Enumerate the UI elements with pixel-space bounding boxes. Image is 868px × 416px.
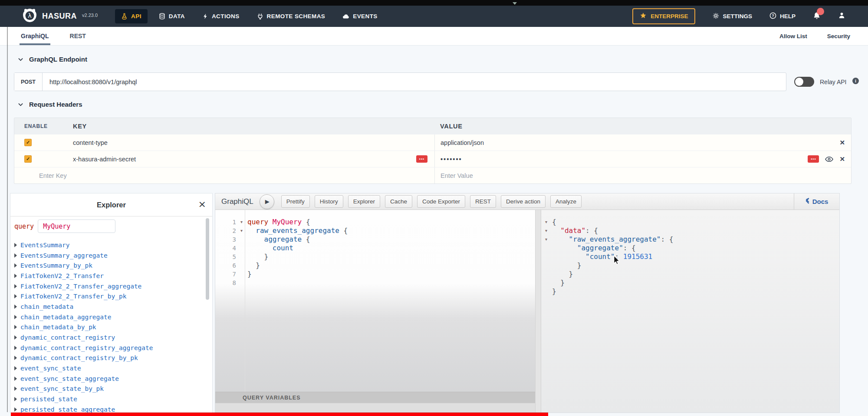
- remove-header-icon[interactable]: ✕: [839, 139, 845, 146]
- toolbar-button-rest[interactable]: REST: [470, 195, 496, 208]
- docs-button[interactable]: Docs: [794, 193, 839, 210]
- enterprise-button[interactable]: ENTERPRISE: [632, 8, 695, 24]
- col-enable: ENABLE: [14, 118, 63, 134]
- user-menu-button[interactable]: [838, 12, 845, 21]
- toolbar-button-history[interactable]: History: [315, 195, 343, 208]
- enterprise-label: ENTERPRISE: [651, 13, 688, 20]
- header-value-text: •••••••: [441, 156, 462, 163]
- fold-arrow-icon[interactable]: ▾: [238, 218, 245, 226]
- masked-secret-chip-icon[interactable]: •••: [808, 155, 819, 163]
- explorer-field-FiatTokenV2_2_Transfer_by_pk[interactable]: FiatTokenV2_2_Transfer_by_pk: [14, 291, 208, 301]
- toolbar-button-explorer[interactable]: Explorer: [348, 195, 380, 208]
- expand-triangle-icon: [14, 305, 17, 309]
- toolbar-button-cache[interactable]: Cache: [385, 195, 412, 208]
- code-line: "aggregate": {: [541, 244, 839, 252]
- token: MyQuery: [273, 218, 302, 226]
- tab-security[interactable]: Security: [826, 27, 852, 45]
- explorer-field-label: EventsSummary_aggregate: [20, 252, 108, 259]
- brand[interactable]: λ HASURA v2.23.0: [22, 7, 98, 25]
- toggle-knob: [795, 78, 803, 86]
- new-header-value-input[interactable]: Enter Value: [434, 167, 851, 183]
- code-text: }: [245, 252, 268, 261]
- settings-button[interactable]: SETTINGS: [713, 13, 752, 20]
- remove-header-icon[interactable]: ✕: [839, 156, 845, 162]
- fold-arrow-icon[interactable]: ▾: [543, 235, 549, 244]
- explorer-field-persisted_state[interactable]: persisted_state: [14, 394, 208, 404]
- explorer-field-FiatTokenV2_2_Transfer[interactable]: FiatTokenV2_2_Transfer: [14, 271, 208, 281]
- token: }: [247, 252, 268, 261]
- operation-name-input[interactable]: [38, 219, 115, 233]
- explorer-field-EventsSummary[interactable]: EventsSummary: [14, 240, 208, 250]
- reveal-value-eye-icon[interactable]: [825, 156, 833, 162]
- endpoint-row: POST: [14, 72, 786, 91]
- explorer-field-event_sync_state_by_pk[interactable]: event_sync_state_by_pk: [14, 384, 208, 394]
- explorer-field-label: persisted_state_aggregate: [20, 406, 115, 413]
- graphiql-toolbar: GraphiQL ▶ PrettifyHistoryExplorerCacheC…: [215, 193, 839, 210]
- fold-arrow-icon[interactable]: ▾: [543, 218, 549, 226]
- toolbar-button-derive-action[interactable]: Derive action: [501, 195, 546, 208]
- nav-item-events[interactable]: EVENTS: [336, 9, 383, 24]
- explorer-field-EventsSummary_aggregate[interactable]: EventsSummary_aggregate: [14, 250, 208, 261]
- question-circle-icon: ?: [769, 12, 776, 20]
- new-header-key-input[interactable]: Enter Key: [14, 167, 434, 183]
- header-row-x-hasura-admin-secret: ✓x-hasura-admin-secret•••••••••••••✕: [14, 151, 851, 167]
- value-cell[interactable]: application/json✕: [434, 134, 851, 151]
- fold-arrow-icon[interactable]: ▾: [543, 226, 549, 235]
- nav-item-remote-schemas[interactable]: REMOTE SCHEMAS: [251, 9, 332, 23]
- explorer-field-dynamic_contract_registry[interactable]: dynamic_contract_registry: [14, 332, 208, 343]
- header-enable-checkbox[interactable]: ✓: [24, 155, 32, 163]
- close-icon[interactable]: ×: [198, 199, 206, 210]
- tab-rest[interactable]: REST: [69, 27, 87, 45]
- header-enable-checkbox[interactable]: ✓: [24, 139, 32, 146]
- help-button[interactable]: ? HELP: [769, 12, 796, 20]
- fold-arrow-icon: [543, 244, 549, 252]
- explorer-field-chain_metadata_by_pk[interactable]: chain_metadata_by_pk: [14, 322, 208, 333]
- relay-api-toggle[interactable]: [794, 77, 814, 87]
- explorer-field-dynamic_contract_registry_by_pk[interactable]: dynamic_contract_registry_by_pk: [14, 353, 208, 364]
- explorer-field-chain_metadata[interactable]: chain_metadata: [14, 301, 208, 312]
- nav-item-actions[interactable]: ACTIONS: [196, 9, 246, 23]
- explorer-field-EventsSummary_by_pk[interactable]: EventsSummary_by_pk: [14, 260, 208, 271]
- query-variables-editor[interactable]: [215, 403, 535, 413]
- toolbar-button-analyze[interactable]: Analyze: [550, 195, 582, 208]
- plug-icon: [257, 13, 263, 20]
- explorer-field-persisted_state_aggregate[interactable]: persisted_state_aggregate: [14, 404, 208, 413]
- token: : {: [661, 235, 673, 243]
- toolbar-button-code-exporter[interactable]: Code Exporter: [417, 195, 465, 208]
- key-cell[interactable]: x-hasura-admin-secret•••: [63, 151, 434, 167]
- value-cell[interactable]: ••••••••••✕: [434, 151, 851, 167]
- code-line: "count": 1915631: [541, 252, 839, 261]
- key-cell[interactable]: content-type: [63, 134, 434, 151]
- video-progress-bar[interactable]: [11, 413, 548, 416]
- query-editor[interactable]: 1▾query MyQuery {2▾ raw_events_aggregate…: [215, 210, 535, 413]
- pane-resize-handle[interactable]: [535, 210, 541, 413]
- request-headers-section-header[interactable]: Request Headers: [18, 101, 82, 108]
- tab-graphiql[interactable]: GraphiQL: [20, 27, 50, 45]
- code-text: "count": 1915631: [549, 252, 652, 261]
- explorer-field-FiatTokenV2_2_Transfer_aggregate[interactable]: FiatTokenV2_2_Transfer_aggregate: [14, 281, 208, 292]
- explorer-field-dynamic_contract_registry_aggregate[interactable]: dynamic_contract_registry_aggregate: [14, 343, 208, 353]
- execute-query-button[interactable]: ▶: [260, 194, 274, 209]
- gear-icon: [713, 13, 719, 20]
- graphiql-title: GraphiQL: [221, 197, 253, 206]
- info-icon[interactable]: i: [852, 77, 859, 86]
- fold-arrow-icon[interactable]: ▾: [238, 226, 245, 235]
- video-top-bar: [0, 0, 868, 6]
- graphql-endpoint-section-header[interactable]: GraphQL Endpoint: [18, 56, 87, 63]
- token: count: [273, 244, 293, 252]
- explorer-field-event_sync_state_aggregate[interactable]: event_sync_state_aggregate: [14, 373, 208, 384]
- toolbar-button-prettify[interactable]: Prettify: [281, 195, 310, 208]
- expand-triangle-icon: [14, 366, 17, 370]
- nav-item-api[interactable]: API: [115, 9, 148, 23]
- query-variables-bar[interactable]: QUERY VARIABLES: [215, 392, 535, 403]
- explorer-scrollbar[interactable]: [206, 218, 209, 300]
- token: 1915631: [623, 252, 652, 261]
- masked-secret-chip-icon[interactable]: •••: [416, 155, 427, 163]
- explorer-field-event_sync_state[interactable]: event_sync_state: [14, 363, 208, 373]
- nav-item-data[interactable]: DATA: [153, 9, 191, 23]
- notifications-button[interactable]: [813, 12, 821, 21]
- expand-triangle-icon: [14, 284, 17, 288]
- explorer-field-chain_metadata_aggregate[interactable]: chain_metadata_aggregate: [14, 312, 208, 322]
- tab-allow-list[interactable]: Allow List: [778, 27, 809, 45]
- endpoint-url-input[interactable]: [43, 73, 786, 91]
